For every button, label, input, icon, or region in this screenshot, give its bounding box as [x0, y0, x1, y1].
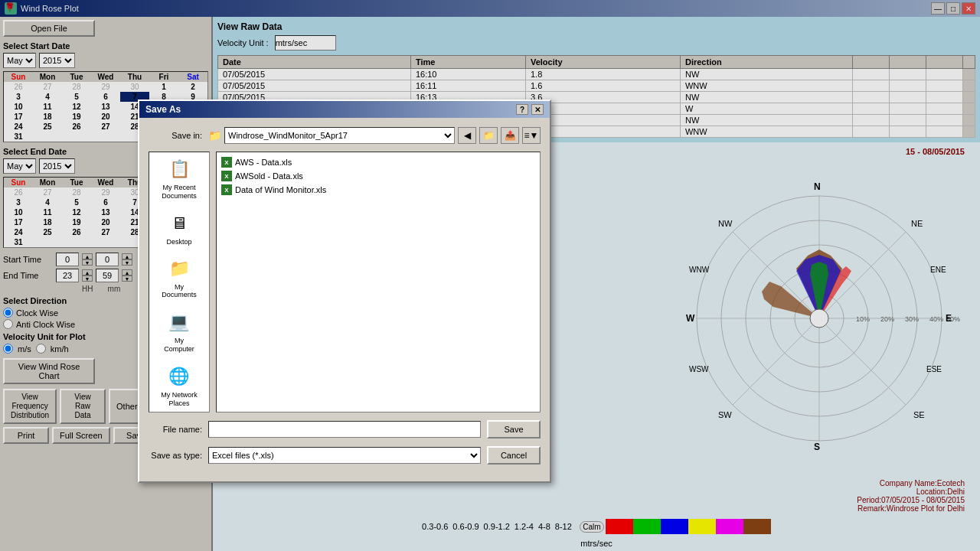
- dialog-overlay: Save As ? ✕ Save in: 📁 Windrose_WindMoni…: [0, 0, 980, 551]
- my-computer-nav[interactable]: 💻 MyComputer: [164, 310, 194, 354]
- dialog-close-button[interactable]: ✕: [531, 104, 544, 115]
- right-panel: View Raw Data Velocity Unit : Date Time …: [213, 17, 980, 551]
- nav-panel: 📋 My RecentDocuments 🖥 Desktop 📁 MyDocum…: [149, 152, 210, 412]
- dialog-title-bar: Save As ? ✕: [139, 101, 550, 118]
- file-name: AWSold - Data.xls: [235, 171, 303, 181]
- my-documents-nav[interactable]: 📁 MyDocuments: [162, 256, 197, 300]
- file-name-input[interactable]: [208, 421, 481, 438]
- xls-icon: X: [221, 171, 232, 181]
- save-as-dialog: Save As ? ✕ Save in: 📁 Windrose_WindMoni…: [138, 99, 551, 483]
- save-dialog-button[interactable]: Save: [487, 420, 541, 439]
- dialog-help-button[interactable]: ?: [516, 104, 528, 115]
- save-in-label: Save in:: [149, 131, 202, 140]
- folder-up-icon[interactable]: 📤: [501, 127, 519, 144]
- desktop-nav[interactable]: 🖥 Desktop: [166, 211, 191, 246]
- file-item[interactable]: XAWS - Data.xls: [220, 155, 537, 169]
- dialog-title-text: Save As: [145, 104, 181, 115]
- xls-icon: X: [221, 184, 232, 195]
- file-list-panel: XAWS - Data.xlsXAWSold - Data.xlsXData o…: [216, 152, 541, 412]
- back-icon[interactable]: ◀: [458, 127, 476, 144]
- view-icon[interactable]: ≡▼: [522, 127, 541, 144]
- my-network-nav[interactable]: 🌐 My NetworkPlaces: [161, 364, 198, 408]
- new-folder-icon[interactable]: 📁: [479, 127, 498, 144]
- folder-select[interactable]: Windrose_WindMonitor_5Apr17: [224, 127, 455, 144]
- file-name-label: File name:: [149, 425, 202, 434]
- recent-docs-nav[interactable]: 📋 My RecentDocuments: [162, 157, 197, 201]
- cancel-dialog-button[interactable]: Cancel: [487, 446, 541, 465]
- file-item[interactable]: XData of Wind Monitor.xls: [220, 183, 537, 197]
- file-name: Data of Wind Monitor.xls: [235, 185, 326, 194]
- file-item[interactable]: XAWSold - Data.xls: [220, 169, 537, 183]
- save-as-type-label: Save as type:: [149, 451, 202, 460]
- file-name: AWS - Data.xls: [235, 158, 292, 167]
- save-as-type-select[interactable]: Excel files (*.xls): [208, 447, 481, 464]
- xls-icon: X: [221, 157, 232, 168]
